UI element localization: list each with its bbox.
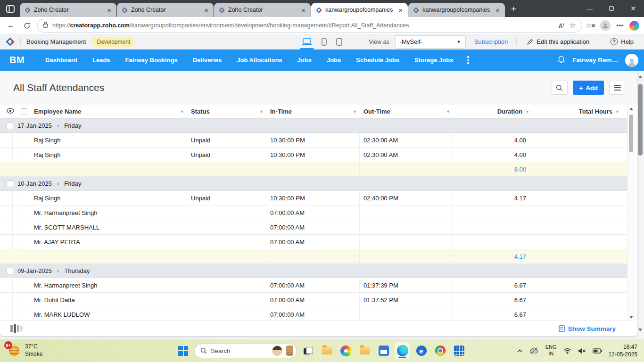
row-select-cell[interactable] [0, 191, 30, 205]
show-summary-link[interactable]: Show Summary [559, 325, 616, 332]
cell-out-time[interactable] [360, 220, 453, 234]
copilot-icon[interactable] [629, 21, 639, 31]
zoho-creator-logo-icon[interactable] [6, 37, 15, 46]
view-as-dropdown[interactable]: -MySelf- ▼ [395, 35, 466, 49]
weather-widget[interactable]: 9+ 37°C Smoke [0, 343, 42, 358]
sort-icon[interactable]: ▼ [525, 109, 529, 114]
cell-duration[interactable] [453, 206, 533, 220]
nav-item-job-allocations[interactable]: Job Allocations [229, 57, 289, 64]
edit-application-button[interactable]: Edit this application [522, 38, 594, 45]
task-view-icon[interactable] [300, 342, 316, 359]
cell-in-time[interactable]: 07:00:00 AM [266, 220, 360, 234]
cell-total-hours[interactable] [533, 278, 627, 292]
cell-employee-name[interactable]: Mr. SCOTT MARSHALL [30, 220, 187, 234]
app-grid-icon[interactable] [451, 342, 467, 359]
cell-total-hours[interactable] [533, 206, 627, 220]
cell-status[interactable] [187, 293, 266, 307]
onedrive-paused-icon[interactable] [529, 347, 539, 354]
cell-out-time[interactable]: 02:40:00 PM [360, 191, 453, 205]
cell-total-hours[interactable] [533, 220, 627, 234]
cell-total-hours[interactable] [533, 235, 627, 249]
browser-menu-icon[interactable]: ••• [616, 22, 624, 29]
store-icon[interactable] [376, 342, 391, 359]
nav-item-jobs[interactable]: Jobs [290, 57, 319, 64]
row-select-cell[interactable] [0, 133, 30, 147]
tablet-preview-icon[interactable] [336, 34, 342, 49]
cell-total-hours[interactable] [533, 307, 627, 321]
cell-employee-name[interactable]: Mr. Harmanpreet Singh [30, 278, 187, 292]
row-select-cell[interactable] [0, 206, 30, 220]
nav-more-icon[interactable] [461, 56, 476, 64]
row-select-cell[interactable] [0, 235, 30, 249]
scrollbar-thumb[interactable] [629, 115, 633, 152]
cell-out-time[interactable]: 02:30:00 AM [360, 133, 453, 147]
tab-close-icon[interactable]: × [300, 6, 307, 14]
scroll-down-icon[interactable] [629, 316, 633, 319]
cell-employee-name[interactable]: Mr. Rohit Datta [30, 293, 187, 307]
table-row[interactable]: Mr. SCOTT MARSHALL07:00:00 AM [0, 220, 627, 235]
cell-out-time[interactable]: 01:37:39 PM [360, 278, 453, 292]
cell-duration[interactable] [453, 220, 533, 234]
cell-status[interactable] [187, 307, 266, 321]
column-header-total-hours[interactable]: Total Hours▼ [533, 105, 627, 118]
environment-badge[interactable]: Development [91, 37, 135, 47]
cell-status[interactable] [187, 206, 266, 220]
edge-icon[interactable] [395, 342, 410, 359]
browser-tab[interactable]: Zoho Creator× [20, 3, 116, 17]
nav-item-storage-jobs[interactable]: Storage Jobs [407, 57, 461, 64]
row-select-cell[interactable] [0, 278, 30, 292]
volume-muted-icon[interactable] [578, 348, 586, 354]
select-all-checkbox[interactable] [21, 108, 27, 115]
back-icon[interactable]: ← [5, 19, 17, 32]
tab-close-icon[interactable]: × [494, 6, 501, 14]
column-header-employee-name[interactable]: Employee Name▼ [30, 105, 187, 118]
table-row[interactable]: Mr. AJAY PERTA07:00:00 AM [0, 235, 627, 249]
cell-employee-name[interactable]: Mr. MARK LUDLOW [30, 307, 187, 321]
cell-out-time[interactable] [360, 307, 453, 321]
cell-in-time[interactable]: 07:00:00 AM [266, 293, 360, 307]
cell-employee-name[interactable]: Raj Singh [30, 148, 187, 162]
cell-out-time[interactable] [360, 206, 453, 220]
cell-in-time[interactable]: 07:00:00 AM [266, 235, 360, 249]
cell-in-time[interactable]: 07:00:00 AM [266, 307, 360, 321]
sort-icon[interactable]: ▼ [180, 109, 184, 114]
cell-in-time[interactable]: 07:00:00 AM [266, 278, 360, 292]
close-button[interactable]: ✕ [622, 0, 644, 17]
sort-icon[interactable]: ▼ [353, 109, 357, 114]
row-select-cell[interactable] [0, 220, 30, 234]
user-avatar[interactable] [625, 54, 638, 67]
search-button[interactable] [552, 81, 568, 95]
minimize-button[interactable]: — [579, 0, 601, 17]
cell-employee-name[interactable]: Mr. AJAY PERTA [30, 235, 187, 249]
column-header-out-time[interactable]: Out-Time▼ [360, 105, 453, 118]
cell-total-hours[interactable] [533, 133, 627, 147]
scroll-up-icon[interactable] [629, 107, 633, 110]
folder-icon[interactable] [357, 342, 372, 359]
cell-employee-name[interactable]: Raj Singh [30, 133, 187, 147]
row-select-cell[interactable] [0, 148, 30, 162]
table-row[interactable]: Raj SinghUnpaid10:30:00 PM02:30:00 AM4.0… [0, 148, 627, 162]
app-logo[interactable]: BM [9, 55, 25, 66]
start-button[interactable] [178, 346, 188, 356]
cell-in-time[interactable]: 10:30:00 PM [266, 191, 360, 205]
cell-duration[interactable]: 4.00 [453, 148, 533, 162]
cell-out-time[interactable]: 02:30:00 AM [360, 148, 453, 162]
nav-item-schedule-jobs[interactable]: Schedule Jobs [348, 57, 407, 64]
column-header-status[interactable]: Status▼ [187, 105, 266, 118]
group-checkbox[interactable] [7, 123, 13, 129]
battery-charging-icon[interactable] [593, 348, 602, 354]
clock[interactable]: 16:47 12-05-2025 [609, 343, 637, 358]
refresh-icon[interactable] [21, 19, 33, 32]
group-header-row[interactable]: 10-Jan-2025›Friday [0, 177, 627, 191]
cell-employee-name[interactable]: Raj Singh [30, 191, 187, 205]
language-indicator[interactable]: ENG IN [545, 344, 557, 357]
page-scroll-down-icon[interactable] [638, 329, 642, 331]
subscription-link[interactable]: Subscription [471, 38, 511, 45]
cell-status[interactable]: Unpaid [187, 191, 266, 205]
new-tab-button[interactable]: + [511, 4, 516, 14]
cell-status[interactable] [187, 220, 266, 234]
cell-in-time[interactable]: 10:30:00 PM [266, 133, 360, 147]
address-bar[interactable]: https://creatorapp.zoho.com/kanwargroupo… [37, 19, 582, 33]
favorite-star-icon[interactable]: ☆ [570, 21, 576, 30]
nav-item-fairway-bookings[interactable]: Fairway Bookings [118, 57, 185, 64]
